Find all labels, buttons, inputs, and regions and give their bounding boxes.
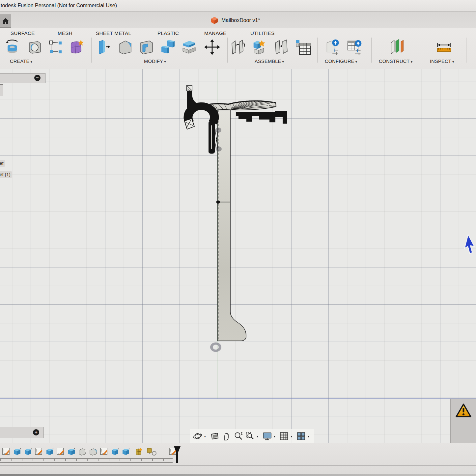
timeline-feature-base[interactable]	[147, 447, 158, 456]
expand-button[interactable]: +	[33, 429, 39, 435]
timeline-bar	[0, 443, 476, 476]
group-modify[interactable]: MODIFY▾	[144, 59, 166, 64]
timeline-feature-extrude[interactable]	[111, 447, 119, 456]
orange-cube-icon	[211, 16, 218, 24]
group-inspect[interactable]: INSPECT▾	[430, 59, 454, 64]
browser-item[interactable]: et (1)	[0, 171, 12, 178]
joint-icon[interactable]	[230, 38, 247, 56]
notification-panel	[450, 399, 476, 443]
window-bottom-separator	[0, 465, 476, 466]
revolve-icon[interactable]	[5, 38, 22, 56]
timeline-feature-extrude[interactable]	[122, 447, 130, 456]
ribbon-divider	[466, 38, 466, 63]
navigation-toolbar: ▾ ▾	[190, 429, 314, 443]
grid-settings-icon[interactable]	[279, 431, 290, 441]
partial-tool-icon[interactable]	[469, 38, 476, 56]
hole-icon[interactable]	[26, 38, 43, 56]
chevron-down-icon[interactable]: ▾	[257, 434, 261, 438]
new-component-icon[interactable]	[251, 38, 268, 56]
chevron-down-icon: ▾	[355, 60, 357, 64]
as-built-joint-icon[interactable]	[273, 38, 290, 56]
ribbon-divider	[371, 38, 372, 63]
collapse-button[interactable]: −	[34, 75, 41, 81]
bom-table-icon[interactable]	[295, 38, 312, 56]
fillet-icon[interactable]	[116, 38, 133, 56]
chevron-down-icon[interactable]: ▾	[204, 434, 208, 438]
chevron-down-icon: ▾	[452, 60, 454, 64]
construct-plane-icon[interactable]	[389, 38, 406, 56]
timeline-playhead[interactable]	[174, 446, 181, 463]
press-pull-icon[interactable]	[96, 38, 113, 56]
group-configure[interactable]: CONFIGURE▾	[325, 59, 357, 64]
display-settings-icon[interactable]	[262, 431, 272, 441]
window-title: todesk Fusion Personal (Not for Commerci…	[1, 3, 117, 9]
orbit-icon[interactable]	[192, 431, 203, 441]
timeline-feature-sketch[interactable]	[35, 447, 43, 456]
chevron-down-icon[interactable]: ▾	[274, 434, 278, 438]
tab-strip: MailboxDoor v1*	[0, 12, 476, 28]
home-icon	[2, 18, 9, 24]
move-icon[interactable]	[204, 38, 221, 56]
ribbon-toolbar: SURFACE MESH SHEET METAL PLASTIC MANAGE …	[0, 28, 476, 69]
tab-sheet-metal[interactable]: SHEET METAL	[96, 30, 131, 36]
chevron-down-icon[interactable]: ▾	[291, 434, 294, 438]
combine-icon[interactable]	[159, 38, 176, 56]
timeline-feature-fillet[interactable]	[78, 447, 87, 456]
viewport-canvas[interactable]: − et et (1) + ▾	[0, 69, 476, 443]
window-zoom-icon[interactable]	[245, 431, 255, 441]
timeline-feature-fillet[interactable]	[89, 447, 98, 456]
viewports-icon[interactable]	[296, 431, 306, 441]
tab-surface[interactable]: SURFACE	[11, 30, 35, 36]
ribbon-divider	[317, 38, 318, 63]
look-at-icon[interactable]	[210, 431, 220, 441]
warning-triangle-icon[interactable]	[455, 403, 472, 418]
chevron-down-icon: ▾	[31, 60, 33, 64]
screen-bezel-edge	[0, 474, 476, 476]
split-body-icon[interactable]	[181, 38, 198, 56]
group-construct[interactable]: CONSTRUCT▾	[379, 59, 413, 64]
ribbon-divider	[227, 38, 228, 63]
measure-icon[interactable]	[435, 38, 453, 56]
chevron-down-icon[interactable]: ▾	[308, 434, 312, 438]
timeline-feature-extrude[interactable]	[45, 447, 54, 456]
timeline-feature-extrude[interactable]	[13, 447, 21, 456]
timeline-feature-form[interactable]	[134, 447, 143, 456]
pan-icon[interactable]	[221, 431, 232, 441]
chevron-down-icon: ▾	[282, 60, 284, 64]
chevron-down-icon: ▾	[411, 60, 413, 64]
tab-plastic[interactable]: PLASTIC	[157, 30, 179, 36]
configuration-table-icon[interactable]	[346, 38, 363, 56]
timeline-feature-sketch[interactable]	[100, 447, 108, 456]
tab-utilities[interactable]: UTILITIES	[250, 30, 275, 36]
title-bar: todesk Fusion Personal (Not for Commerci…	[0, 0, 476, 12]
home-button[interactable]	[0, 14, 11, 28]
group-assemble[interactable]: ASSEMBLE▾	[255, 59, 284, 64]
timeline-feature-extrude[interactable]	[24, 447, 32, 456]
configuration-icon[interactable]	[324, 38, 342, 56]
chevron-down-icon: ▾	[164, 60, 166, 64]
zoom-icon[interactable]	[233, 431, 243, 441]
timeline-ruler[interactable]	[0, 458, 173, 463]
tab-mesh[interactable]: MESH	[58, 30, 72, 36]
tab-manage[interactable]: MANAGE	[204, 30, 226, 36]
document-name: MailboxDoor v1*	[221, 17, 260, 23]
timeline-feature-sketch[interactable]	[2, 447, 11, 456]
timeline-feature-extrude[interactable]	[67, 447, 76, 456]
mouse-cursor	[463, 234, 476, 262]
ribbon-divider	[91, 38, 92, 63]
timeline-feature-sketch[interactable]	[56, 447, 65, 456]
ribbon-divider	[424, 38, 424, 63]
browser-edge-strip	[0, 84, 3, 96]
shell-icon[interactable]	[138, 38, 155, 56]
group-create[interactable]: CREATE▾	[10, 59, 32, 64]
browser-item[interactable]: et	[0, 160, 5, 167]
model-mailbox-door[interactable]	[0, 69, 476, 443]
timeline-items	[2, 447, 177, 457]
document-tab[interactable]: MailboxDoor v1*	[211, 14, 260, 27]
sketch-dimension-icon[interactable]	[47, 38, 64, 56]
form-icon[interactable]	[68, 38, 85, 56]
